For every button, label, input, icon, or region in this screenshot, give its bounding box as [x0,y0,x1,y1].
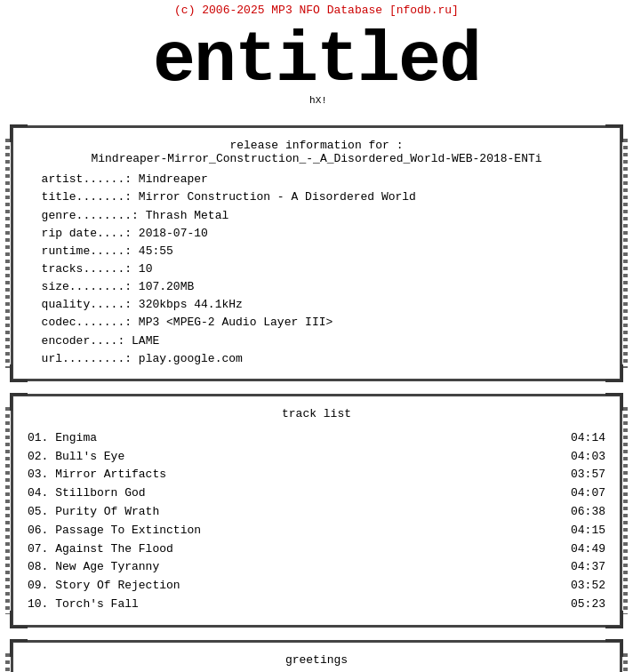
corner-bl [10,364,28,382]
corner-tr [605,124,623,142]
hx-label: hX! [309,95,327,106]
track-row: 07. Against The Flood04:49 [28,540,605,559]
track-name: 04. Stillborn God [28,484,146,503]
corner-tl [10,124,28,142]
track-row: 06. Passage To Extinction04:15 [28,522,605,540]
tracklist-title: track list [28,407,605,420]
track-name: 03. Mirror Artifacts [28,466,166,484]
track-name: 08. New Age Tyranny [28,558,159,577]
track-time: 03:57 [571,466,605,484]
track-time: 05:23 [571,596,605,614]
tracklist-section: track list 01. Engima04:1402. Bull's Eye… [11,394,622,628]
release-info-section: release information for : Mindreaper-Mir… [11,125,622,381]
track-time: 04:15 [571,522,605,540]
track-time: 04:03 [571,448,605,467]
corner-br [605,364,623,382]
track-name: 09. Story Of Rejection [28,577,180,596]
track-time: 04:07 [571,484,605,503]
track-row: 10. Torch's Fall05:23 [28,596,605,614]
tracklist-corner-br [605,611,623,628]
track-name: 07. Against The Flood [28,540,173,559]
track-time: 03:52 [571,577,605,596]
track-name: 05. Purity Of Wrath [28,503,159,522]
logo-area: entitled hX! [0,19,633,120]
track-row: 05. Purity Of Wrath06:38 [28,503,605,522]
track-time: 04:14 [571,429,605,448]
release-title-line2: Mindreaper-Mirror_Construction_-_A_Disor… [91,152,541,165]
track-name: 02. Bull's Eye [28,448,124,467]
track-name: 10. Torch's Fall [28,596,139,614]
release-title-line1: release information for : [229,139,403,152]
track-row: 08. New Age Tyranny04:37 [28,558,605,577]
track-name: 06. Passage To Extinction [28,522,201,540]
release-info-block: artist......: Mindreaper title.......: M… [28,171,605,368]
track-row: 01. Engima04:14 [28,429,605,448]
greetings-corner-tr [605,639,623,657]
track-row: 02. Bull's Eye04:03 [28,448,605,467]
tracklist-corner-tl [10,393,28,411]
copyright-text: (c) 2006-2025 MP3 NFO Database [nfodb.ru… [0,0,633,19]
tracklist-container: 01. Engima04:1402. Bull's Eye04:0303. Mi… [28,429,605,614]
greetings-title: greetings [28,653,605,667]
release-header: release information for : Mindreaper-Mir… [28,139,605,165]
track-row: 09. Story Of Rejection03:52 [28,577,605,596]
track-time: 04:49 [571,540,605,559]
logo-text: entitled [0,28,633,95]
greetings-corner-tl [10,639,28,657]
track-name: 01. Engima [28,429,97,448]
tracklist-corner-tr [605,393,623,411]
tracklist-corner-bl [10,611,28,628]
greetings-section: greetings Shout out to all of those who … [11,640,622,672]
track-row: 04. Stillborn God04:07 [28,484,605,503]
track-row: 03. Mirror Artifacts03:57 [28,466,605,484]
track-time: 04:37 [571,558,605,577]
track-time: 06:38 [571,503,605,522]
